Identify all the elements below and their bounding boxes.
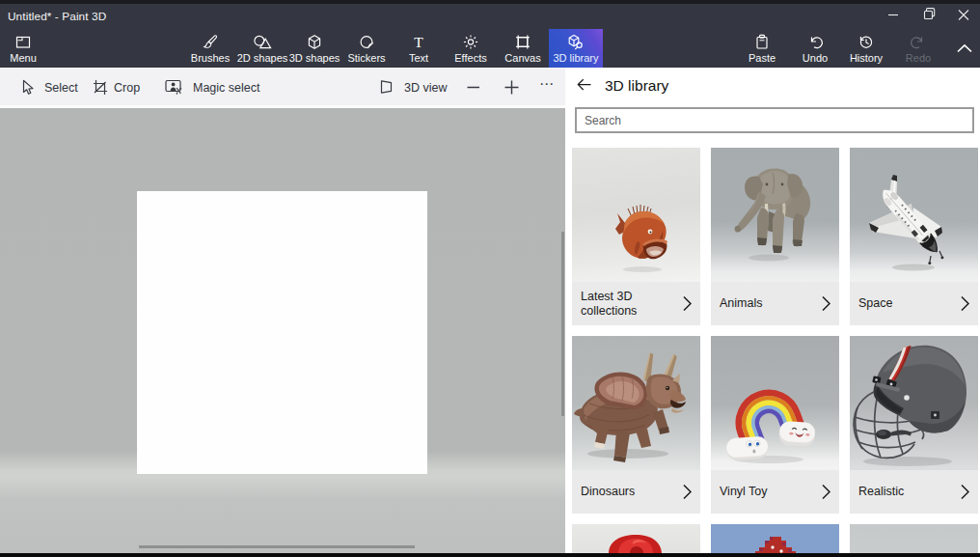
svg-text:T: T [414,34,423,50]
